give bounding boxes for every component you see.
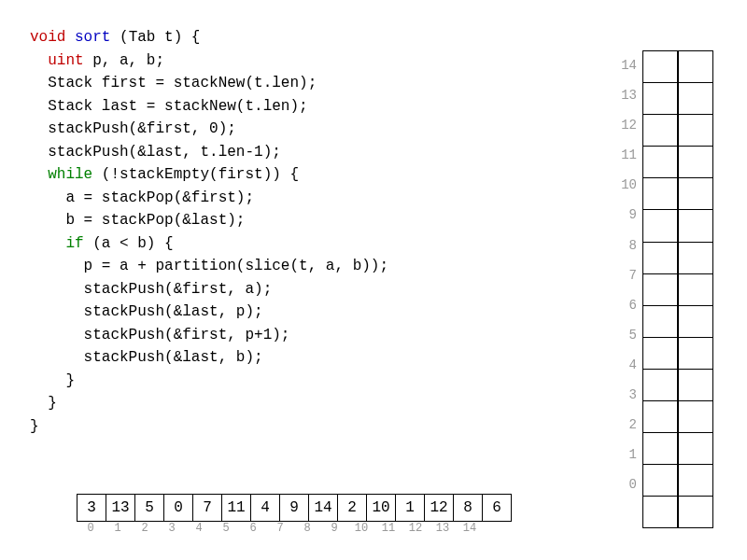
array-index: 1 <box>104 522 132 535</box>
array-index: 13 <box>429 522 457 535</box>
stack-cell <box>642 146 678 178</box>
array-index: 6 <box>239 522 267 535</box>
stack-cell <box>642 50 678 83</box>
array-cell: 0 <box>163 494 193 522</box>
array-cell: 13 <box>106 494 135 522</box>
stack-index: 11 <box>614 140 637 171</box>
array-index: 9 <box>320 522 348 535</box>
input-array-values: 31350711491421011286 <box>77 494 512 522</box>
stack-cell <box>678 337 713 370</box>
stack-index: 8 <box>614 231 637 261</box>
stack-display: 14131211109876543210 <box>614 50 713 528</box>
array-cell: 3 <box>77 494 106 522</box>
array-cell: 9 <box>279 494 309 522</box>
stack-cell <box>642 496 678 528</box>
array-cell: 1 <box>395 494 425 522</box>
stack-cell <box>642 114 678 147</box>
stack-cell <box>678 496 713 528</box>
stack-cell <box>642 369 678 401</box>
stack-cell <box>642 82 678 115</box>
array-cell: 11 <box>221 494 251 522</box>
stack-last <box>678 50 713 528</box>
array-cell: 12 <box>424 494 454 522</box>
stack-cell <box>678 114 713 147</box>
stack-cell <box>678 273 713 306</box>
stack-index: 12 <box>614 110 637 141</box>
stack-cell <box>678 50 713 83</box>
array-index: 2 <box>131 522 159 535</box>
stack-cell <box>678 82 713 115</box>
array-index: 8 <box>293 522 321 535</box>
stack-cell <box>642 464 678 497</box>
stack-cell <box>642 209 678 242</box>
array-index: 0 <box>77 522 105 535</box>
stack-indices: 14131211109876543210 <box>614 50 637 528</box>
stack-index: 3 <box>614 380 637 411</box>
array-index: 14 <box>456 522 484 535</box>
array-cell: 4 <box>250 494 280 522</box>
stack-index: 6 <box>614 290 637 321</box>
array-index: 12 <box>402 522 430 535</box>
array-cell: 2 <box>337 494 367 522</box>
stack-index: 1 <box>614 440 637 470</box>
code-listing: void sort (Tab t) { uint p, a, b; Stack … <box>30 26 388 438</box>
stack-cell <box>678 369 713 401</box>
array-cell: 5 <box>134 494 164 522</box>
stack-cell <box>678 242 713 274</box>
stack-index: 13 <box>614 80 637 111</box>
stack-cell <box>642 400 678 433</box>
stack-cell <box>642 432 678 465</box>
stack-index: 9 <box>614 200 637 231</box>
array-index: 5 <box>212 522 240 535</box>
stack-index: 5 <box>614 320 637 351</box>
stack-cell <box>678 177 713 210</box>
array-index: 4 <box>185 522 213 535</box>
stack-index: 14 <box>614 50 637 81</box>
array-cell: 8 <box>453 494 483 522</box>
stack-cell <box>642 305 678 338</box>
stack-first <box>642 50 678 528</box>
array-index: 7 <box>266 522 294 535</box>
array-index: 11 <box>374 522 402 535</box>
array-cell: 6 <box>482 494 512 522</box>
stack-cell <box>678 464 713 497</box>
array-cell: 10 <box>366 494 396 522</box>
array-cell: 14 <box>308 494 338 522</box>
stack-cell <box>678 209 713 242</box>
stack-cell <box>642 337 678 370</box>
array-cell: 7 <box>192 494 222 522</box>
stack-cell <box>642 273 678 306</box>
stack-cell <box>678 146 713 178</box>
stack-index: 10 <box>614 170 637 201</box>
stack-cell <box>678 305 713 338</box>
input-array: 31350711491421011286 0123456789101112131… <box>77 494 512 535</box>
stack-index: 4 <box>614 350 637 381</box>
stack-index: 7 <box>614 260 637 291</box>
stack-cell <box>642 177 678 210</box>
stack-cell <box>678 432 713 465</box>
stack-index: 2 <box>614 410 637 441</box>
stack-cell <box>678 400 713 433</box>
input-array-indices: 01234567891011121314 <box>77 522 512 535</box>
array-index: 3 <box>158 522 186 535</box>
array-index: 10 <box>347 522 375 535</box>
stack-cell <box>642 242 678 274</box>
stack-index: 0 <box>614 469 637 500</box>
